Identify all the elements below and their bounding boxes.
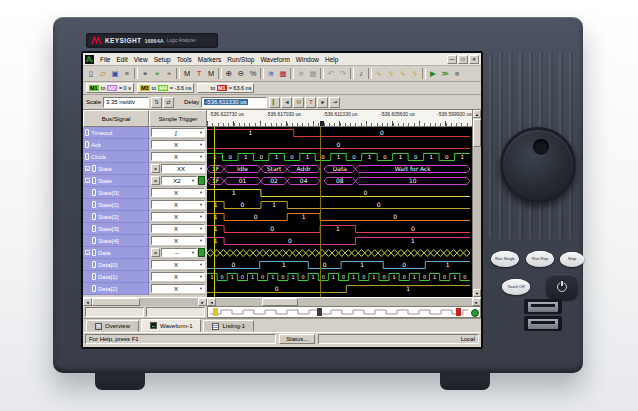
trigger-value-dropdown[interactable]: X▼ [151, 224, 205, 233]
trigger-value-dropdown[interactable]: X▼ [151, 284, 205, 293]
close-button[interactable]: ✕ [469, 55, 479, 64]
tab-listing-1[interactable]: Listing-1 [203, 320, 254, 332]
trigger-value-dropdown[interactable]: X▼ [151, 236, 205, 245]
overview-begin-marker[interactable] [213, 308, 218, 316]
goto-marker-m1-icon[interactable]: M [181, 68, 193, 80]
delay-begin-button[interactable]: ▎ [269, 97, 280, 108]
menu-markers[interactable]: Markers [195, 56, 224, 63]
waveform-plot-area[interactable]: -536.622730 us-536.617030 us-536.611330 … [207, 110, 472, 297]
marker-m3-line[interactable] [214, 127, 215, 297]
delay-input[interactable]: -536.611330 us [201, 97, 267, 108]
menu-waveform[interactable]: Waveform [257, 56, 292, 63]
signal-name-cell-clock[interactable]: Clock [83, 151, 149, 163]
zoom-out-icon[interactable]: ⊖ [235, 68, 247, 80]
sound-icon[interactable]: ♪ [355, 68, 367, 80]
zoom-in-icon[interactable]: ⊕ [223, 68, 235, 80]
scroll-down-arrow[interactable]: ▼ [473, 289, 481, 297]
waveform-rows[interactable]: 100101010101010101011FIdleStartAddrDataW… [207, 127, 472, 297]
redo-icon[interactable]: ↷ [337, 68, 349, 80]
bus-signal-column-header[interactable]: Bus/Signal [83, 110, 149, 127]
menu-setup[interactable]: Setup [151, 56, 174, 63]
run-fast-3-icon[interactable]: ϟ [397, 68, 409, 80]
run-repetitive-icon[interactable]: ≫ [439, 68, 451, 80]
delay-prev-edge-button[interactable]: ◄ [281, 97, 292, 108]
delay-reference-line[interactable] [320, 127, 321, 297]
waveform-horizontal-scrollbar[interactable]: ◄► [207, 298, 481, 306]
vertical-scroll-thumb[interactable] [473, 119, 481, 147]
stop-button[interactable]: Stop [560, 252, 584, 267]
panel-horizontal-scrollbar[interactable]: ◄► [83, 298, 207, 306]
signal-name-cell-state-0[interactable]: State[0] [83, 187, 149, 199]
signal-name-cell-data-0[interactable]: Data[0] [83, 259, 149, 271]
trigger-value-dropdown[interactable]: X▼ [151, 212, 205, 221]
trigger-value-dropdown[interactable]: X▼ [151, 140, 205, 149]
restore-button[interactable]: □ [458, 55, 468, 64]
collapse-icon[interactable]: - [85, 250, 90, 255]
find-backward-icon[interactable]: ⌖ [163, 68, 175, 80]
run-fast-2-icon[interactable]: ϟ [385, 68, 397, 80]
signal-name-cell-state-4[interactable]: State[4] [83, 235, 149, 247]
run-single-button[interactable]: Run Single [491, 251, 519, 267]
tab-overview[interactable]: Overview [86, 320, 139, 332]
simple-trigger-column-header[interactable]: Simple Trigger [149, 110, 207, 127]
run-icon[interactable]: ▶ [427, 68, 439, 80]
trigger-value-dropdown[interactable]: X▼ [151, 200, 205, 209]
trigger-assign-icon[interactable] [198, 176, 205, 185]
delay-marker-button[interactable]: M [293, 97, 304, 108]
trigger-operator-button[interactable]: = [151, 164, 160, 173]
print-icon[interactable]: ≡ [121, 68, 133, 80]
menu-window[interactable]: Window [293, 56, 322, 63]
run-rep-button[interactable]: Run Rep [526, 251, 554, 267]
run-fast-1-icon[interactable]: ϟ [373, 68, 385, 80]
goto-marker-m2-icon[interactable]: M [205, 68, 217, 80]
trigger-assign-icon[interactable] [198, 248, 205, 257]
signal-name-cell-state[interactable]: -State [83, 175, 149, 187]
signal-name-cell-state[interactable]: +State [83, 163, 149, 175]
delay-next-edge-button[interactable]: ► [317, 97, 328, 108]
signal-name-cell-timeout[interactable]: Timeout [83, 127, 149, 139]
scale-input[interactable]: 3.35 ns/div [103, 97, 149, 108]
signal-name-cell-state-2[interactable]: State[2] [83, 211, 149, 223]
save-icon[interactable]: ▣ [109, 68, 121, 80]
undo-icon[interactable]: ↶ [325, 68, 337, 80]
new-file-icon[interactable]: ▯ [85, 68, 97, 80]
list-disabled-icon[interactable]: ≋ [295, 68, 307, 80]
open-file-icon[interactable]: ▱ [97, 68, 109, 80]
trigger-operator-button[interactable]: = [151, 248, 160, 257]
find-icon[interactable]: ⌖ [139, 68, 151, 80]
vertical-scrollbar[interactable]: ▲ ▼ [472, 110, 481, 297]
trigger-value-dropdown[interactable]: X▼ [151, 152, 205, 161]
power-button[interactable] [546, 274, 578, 300]
overview-timeline[interactable] [207, 306, 481, 318]
minimize-button[interactable]: — [447, 55, 457, 64]
trigger-value-dropdown[interactable]: X▼ [151, 260, 205, 269]
trigger-value-dropdown[interactable]: XX▼ [161, 164, 205, 173]
menu-edit[interactable]: Edit [113, 56, 130, 63]
signal-name-cell-ack[interactable]: Ack [83, 139, 149, 151]
status-button[interactable]: Status... [279, 334, 315, 344]
delay-end-button[interactable]: ⇥ [329, 97, 340, 108]
menu-view[interactable]: View [131, 56, 151, 63]
signal-name-cell-state-1[interactable]: State[1] [83, 199, 149, 211]
expand-icon[interactable]: + [85, 166, 90, 171]
stop-icon[interactable]: ■ [451, 68, 463, 80]
trigger-operator-button[interactable]: = [151, 176, 160, 185]
trigger-value-dropdown[interactable]: ʃ▼ [151, 128, 205, 137]
collapse-icon[interactable]: - [85, 178, 90, 183]
find-forward-icon[interactable]: ⌖ [151, 68, 163, 80]
tab-waveform-1[interactable]: Waveform-1 [141, 319, 201, 332]
bus-signal-setup-icon[interactable]: ≋ [265, 68, 277, 80]
signal-name-cell-data[interactable]: -Data [83, 247, 149, 259]
scale-full-button[interactable]: ⇄ [163, 97, 174, 108]
trigger-value-dropdown[interactable]: X2▼ [161, 176, 197, 185]
zoom-scale-icon[interactable]: % [247, 68, 259, 80]
menu-run-stop[interactable]: Run/Stop [224, 56, 257, 63]
scale-preset-button[interactable]: ⇅ [151, 97, 162, 108]
grid-disabled-icon[interactable]: ▦ [307, 68, 319, 80]
menu-file[interactable]: File [97, 56, 113, 63]
trigger-value-dropdown[interactable]: X▼ [151, 272, 205, 281]
signal-name-cell-data-1[interactable]: Data[1] [83, 271, 149, 283]
signal-name-cell-state-3[interactable]: State[3] [83, 223, 149, 235]
scroll-up-arrow[interactable]: ▲ [473, 110, 481, 118]
menu-tools[interactable]: Tools [174, 56, 195, 63]
